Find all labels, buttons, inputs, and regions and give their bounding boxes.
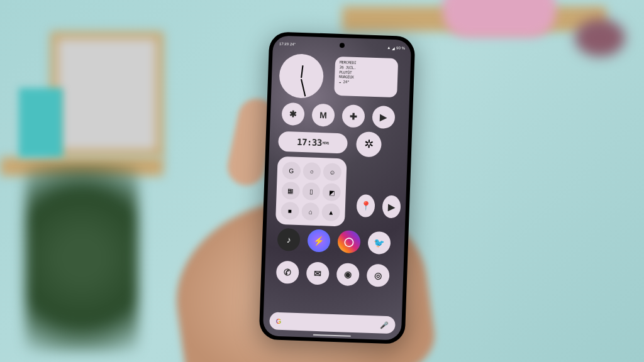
wifi-icon: ▲: [387, 46, 391, 50]
background-roller-skate: [443, 0, 556, 38]
app-row-b: ♪ ⚡ ◯ 🐦: [270, 228, 399, 255]
messages-icon[interactable]: ✉: [306, 261, 330, 285]
app-row-1: ✱ M ✚ ▶: [275, 102, 404, 129]
messenger-icon[interactable]: ⚡: [307, 229, 330, 252]
weather-widget[interactable]: MERCREDI 26 JUIL. PLUTÔT NUAGEUX ☁ 24°: [334, 57, 398, 97]
twitter-icon[interactable]: 🐦: [367, 231, 391, 255]
chrome-icon[interactable]: ◉: [336, 263, 360, 286]
clock-hour-hand: [301, 79, 306, 97]
folder-gallery-icon[interactable]: ◩: [323, 183, 341, 201]
phone-device: 17:23 24° ▲ ◢ 90 % MERCREDI 26 JUIL. PLU…: [259, 31, 416, 344]
weather-temp: 24°: [343, 79, 349, 84]
camera-icon[interactable]: ◎: [367, 264, 390, 287]
folder-google-icon[interactable]: G: [282, 162, 301, 180]
digital-time-widget[interactable]: 17:33 MINS: [278, 131, 348, 154]
instagram-icon[interactable]: ◯: [337, 230, 360, 253]
app-dock: ✆ ✉ ◉ ◎: [270, 260, 399, 287]
play-store-icon[interactable]: ▶: [372, 106, 395, 129]
status-temp: 24°: [290, 42, 296, 46]
folder-user-icon[interactable]: ☺: [323, 163, 342, 181]
background-box: [19, 88, 63, 157]
digital-time-suffix: MINS: [323, 141, 329, 145]
home-screen[interactable]: MERCREDI 26 JUIL. PLUTÔT NUAGEUX ☁ 24° ✱…: [269, 51, 406, 322]
folder-up-icon[interactable]: ▲: [321, 203, 340, 221]
phone-screen[interactable]: 17:23 24° ▲ ◢ 90 % MERCREDI 26 JUIL. PLU…: [263, 35, 412, 340]
phone-icon[interactable]: ✆: [276, 261, 299, 284]
background-picture-frame: [50, 31, 164, 157]
folder-square-icon[interactable]: ■: [280, 202, 299, 220]
tiktok-icon[interactable]: ♪: [277, 228, 300, 251]
folder-home-icon[interactable]: ⌂: [301, 202, 320, 221]
status-battery: 90 %: [396, 46, 405, 50]
youtube-icon[interactable]: ▶: [382, 195, 401, 219]
background-dried-flowers: [575, 19, 625, 57]
google-search-bar[interactable]: G 🎤: [269, 312, 396, 334]
folder-grid-icon[interactable]: ▦: [281, 182, 300, 200]
health-icon[interactable]: ✚: [341, 104, 365, 128]
folder-file-icon[interactable]: ▯: [302, 182, 321, 200]
status-time: 17:23: [279, 42, 289, 47]
folder-circle-icon[interactable]: ○: [303, 162, 321, 180]
maps-icon[interactable]: 📍: [356, 194, 375, 217]
slack-icon[interactable]: ✱: [281, 102, 304, 126]
digital-time-value: 17:33: [297, 137, 322, 148]
gmail-icon[interactable]: M: [311, 104, 335, 127]
folder-widget[interactable]: G ○ ☺ ▦ ▯ ◩ ■ ⌂ ▲: [275, 156, 347, 227]
background-plant: [25, 163, 138, 352]
nav-gesture-handle[interactable]: [313, 334, 351, 337]
clock-minute-hand: [301, 65, 303, 78]
signal-icon: ◢: [392, 45, 395, 50]
google-logo-icon: G: [275, 317, 281, 325]
app-row-a: 📍 ▶: [346, 194, 401, 219]
clock-widget[interactable]: [279, 53, 324, 99]
mic-icon[interactable]: 🎤: [380, 321, 389, 329]
fan-icon[interactable]: ✲: [356, 131, 382, 157]
